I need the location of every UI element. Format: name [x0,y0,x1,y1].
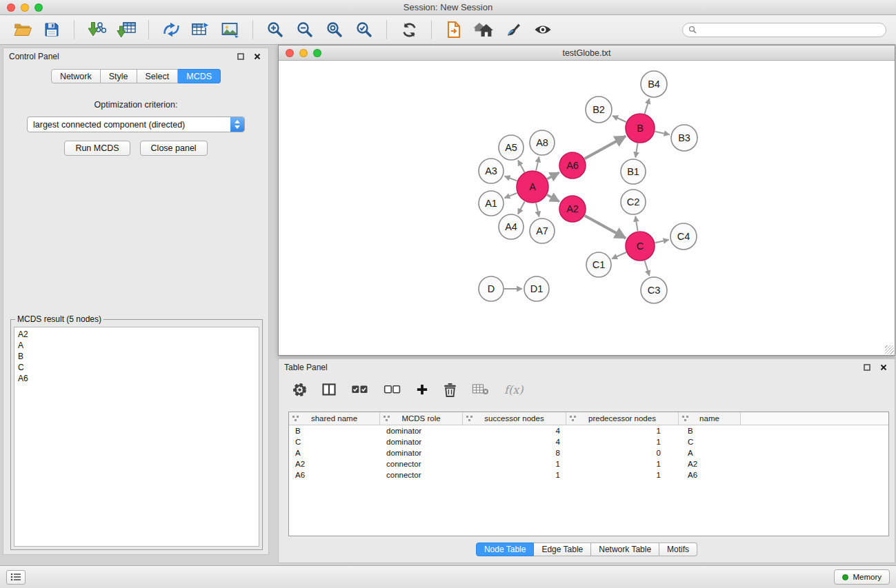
tab-network-table[interactable]: Network Table [591,543,659,556]
tab-mcds[interactable]: MCDS [178,69,221,83]
graph-node-A7[interactable]: A7 [530,219,555,243]
style-brush-button[interactable] [501,18,526,41]
graph-node-A4[interactable]: A4 [499,214,524,239]
close-panel-button[interactable]: Close panel [140,141,208,156]
document-export-button[interactable] [441,18,466,41]
edge-B-B2[interactable] [613,116,626,122]
delete-column-button[interactable] [444,383,457,397]
graph-node-C[interactable]: C [626,232,655,261]
network-graph[interactable]: B4B2BB3A8A5A6B1A3AC2A1A2A4A7C4CC1C3DD1 [279,61,895,355]
column-header-predecessor-nodes[interactable]: predecessor nodes [566,412,679,425]
close-window-button[interactable] [7,3,15,12]
export-image-button[interactable] [218,18,243,41]
zoom-out-button[interactable] [292,18,317,41]
edge-B-B4[interactable] [645,99,650,114]
export-table-button[interactable] [188,18,213,41]
optimization-select[interactable]: largest connected component (directed) [27,116,245,132]
column-header-name[interactable]: name [679,412,741,425]
mcds-result-list[interactable]: A2 A B C A6 [14,327,259,547]
graph-node-B2[interactable]: B2 [586,97,612,123]
graph-node-A2[interactable]: A2 [559,196,586,222]
graph-node-A8[interactable]: A8 [530,130,555,155]
list-item[interactable]: A2 [18,329,259,340]
zoom-selected-button[interactable] [352,18,377,41]
minimize-network-window-button[interactable] [299,49,308,57]
network-window-titlebar[interactable]: testGlobe.txt [279,45,895,61]
apply-layout-button[interactable] [397,18,421,41]
graph-node-A3[interactable]: A3 [479,159,504,183]
tab-style[interactable]: Style [101,69,137,83]
graph-node-D[interactable]: D [479,276,504,301]
save-session-button[interactable] [39,18,64,41]
table-row[interactable]: C dominator 4 1 C [289,436,888,447]
list-item[interactable]: A [18,340,259,351]
graph-node-B3[interactable]: B3 [671,125,697,151]
close-table-panel-icon[interactable] [878,362,889,373]
table-row[interactable]: B dominator 4 1 B [289,425,888,436]
close-network-window-button[interactable] [286,49,294,57]
tab-select[interactable]: Select [137,69,179,83]
tab-node-table[interactable]: Node Table [476,543,535,556]
deselect-all-button[interactable] [384,385,401,394]
export-network-button[interactable] [159,18,183,41]
zoom-in-button[interactable] [263,18,288,41]
table-row[interactable]: A dominator 8 0 A [289,447,888,458]
graph-node-C1[interactable]: C1 [586,252,611,277]
edge-C-C1[interactable] [612,252,626,258]
tab-network[interactable]: Network [51,69,101,83]
edge-A-A1[interactable] [504,193,517,198]
node-table[interactable]: shared name MCDS role successor nodes pr… [288,412,889,536]
edge-A-A8[interactable] [536,157,539,171]
resize-handle[interactable] [885,345,894,354]
edge-C-C4[interactable] [655,240,668,243]
edge-A-A2[interactable] [547,195,559,202]
graph-node-C2[interactable]: C2 [621,190,646,214]
tab-motifs[interactable]: Motifs [659,543,697,556]
run-mcds-button[interactable]: Run MCDS [64,141,130,156]
list-item[interactable]: A6 [18,373,259,384]
edge-A-A4[interactable] [518,201,525,214]
edge-A2-C[interactable] [585,216,626,239]
edge-C-C3[interactable] [645,261,650,276]
edge-A6-B[interactable] [585,136,626,159]
edge-C-C2[interactable] [635,216,637,232]
search-input[interactable] [700,25,880,34]
graphics-details-button[interactable] [530,18,555,41]
graph-node-B4[interactable]: B4 [641,71,667,97]
function-builder-button[interactable]: f(x) [504,383,523,396]
edge-A-A7[interactable] [536,203,539,216]
zoom-fit-button[interactable] [322,18,347,41]
column-header-shared-name[interactable]: shared name [289,412,380,425]
edge-A-A6[interactable] [547,172,559,179]
float-panel-icon[interactable] [235,51,246,62]
column-header-successor-nodes[interactable]: successor nodes [463,412,566,425]
graph-node-C4[interactable]: C4 [670,223,697,250]
open-session-button[interactable] [10,18,34,41]
add-column-button[interactable] [416,383,428,396]
minimize-window-button[interactable] [21,3,29,12]
graph-node-B1[interactable]: B1 [621,159,646,184]
toolbar-search[interactable] [682,23,886,37]
graph-node-D1[interactable]: D1 [524,276,549,301]
edge-B-B3[interactable] [655,132,669,135]
table-row[interactable]: A6 connector 1 1 A6 [289,469,888,480]
edge-B-B1[interactable] [635,143,637,158]
edge-A-A3[interactable] [505,176,517,181]
import-table-button[interactable] [114,18,139,41]
network-canvas[interactable]: B4B2BB3A8A5A6B1A3AC2A1A2A4A7C4CC1C3DD1 [279,61,895,355]
memory-button[interactable]: Memory [834,569,890,585]
graph-node-A6[interactable]: A6 [559,152,586,179]
table-settings-button[interactable] [292,383,307,397]
task-history-button[interactable] [6,570,26,585]
graph-node-A5[interactable]: A5 [499,135,524,160]
float-table-panel-icon[interactable] [862,362,873,373]
graph-node-B[interactable]: B [626,114,655,143]
zoom-window-button[interactable] [34,3,43,12]
delete-table-button[interactable] [472,383,489,396]
graph-node-A1[interactable]: A1 [479,191,504,216]
zoom-network-window-button[interactable] [313,49,321,57]
graph-node-A[interactable]: A [517,171,548,203]
tab-edge-table[interactable]: Edge Table [534,543,591,556]
home-button[interactable] [471,18,496,41]
table-row[interactable]: A2 connector 1 1 A2 [289,458,888,469]
